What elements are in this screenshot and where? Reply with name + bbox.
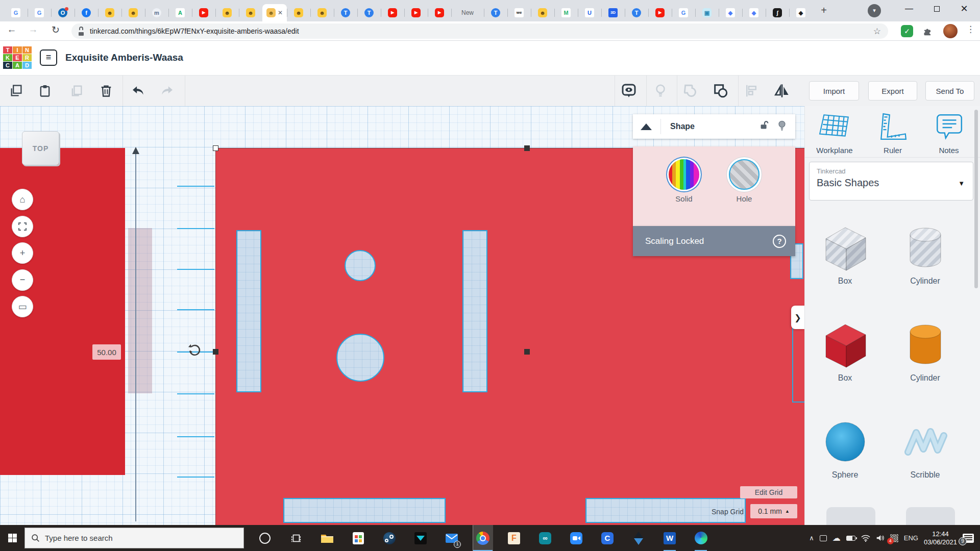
align-icon[interactable] bbox=[743, 83, 760, 99]
taskbar-app-clipchamp[interactable]: C bbox=[597, 525, 618, 551]
hole-rect-right[interactable] bbox=[462, 230, 487, 392]
shape-thumb-box-solid[interactable]: Box bbox=[821, 311, 870, 408]
browser-profile-avatar[interactable] bbox=[943, 24, 958, 38]
sidebar-scrollbar[interactable] bbox=[974, 110, 978, 288]
panel-expand-chevron[interactable]: ❯ bbox=[791, 306, 804, 329]
browser-tab-thingiverse[interactable]: T bbox=[357, 4, 381, 21]
browser-tab-minion-site[interactable]: ☻ bbox=[215, 4, 239, 21]
help-question-icon[interactable]: ? bbox=[773, 235, 786, 248]
solid-color-swatch[interactable] bbox=[669, 159, 699, 190]
edit-grid-button[interactable]: Edit Grid bbox=[740, 486, 797, 498]
browser-tab-inkscape[interactable]: ◆ bbox=[789, 4, 813, 21]
design-canvas[interactable]: 50.00 TOP ⌂+−▭ Edit Grid Snap Grid 0.1 m… bbox=[0, 106, 804, 525]
browser-tab-google-translate[interactable]: G bbox=[28, 4, 51, 21]
browser-tab-musescore-m[interactable]: M bbox=[554, 4, 578, 21]
lightbulb-icon[interactable] bbox=[652, 83, 669, 99]
taskbar-app-cortana[interactable] bbox=[255, 525, 275, 551]
taskbar-app-daz[interactable] bbox=[628, 525, 649, 551]
shape-thumb-scribble[interactable]: Scribble bbox=[901, 408, 950, 505]
browser-tab-musescore[interactable]: m bbox=[145, 4, 168, 21]
browser-tab-google[interactable]: G bbox=[672, 4, 695, 21]
browser-tab-minion-site[interactable]: ☻ bbox=[239, 4, 262, 21]
browser-tab-minion-site[interactable]: ☻ bbox=[287, 4, 310, 21]
browser-tab-youtube[interactable]: ▶ bbox=[381, 4, 404, 21]
design-title[interactable]: Exquisite Amberis-Waasa bbox=[65, 52, 183, 63]
taskbar-clock[interactable]: 12:44 03/06/2021 bbox=[924, 530, 957, 546]
tinkercad-logo[interactable]: TINKERCAD bbox=[3, 46, 33, 70]
browser-tab-thingiverse[interactable]: T bbox=[334, 4, 357, 21]
browser-tab-minion-site[interactable]: ☻ bbox=[531, 4, 554, 21]
selection-handle-top-right[interactable] bbox=[524, 145, 530, 151]
browser-tab-minion-site[interactable]: ☻ bbox=[121, 4, 145, 21]
undo-icon[interactable] bbox=[130, 83, 146, 99]
wifi-icon[interactable] bbox=[861, 535, 870, 542]
tray-chevron-icon[interactable]: ∧ bbox=[809, 534, 814, 542]
close-button[interactable]: ✕ bbox=[952, 0, 976, 17]
minimize-button[interactable]: — bbox=[897, 0, 921, 17]
tab-close-icon[interactable]: ✕ bbox=[278, 9, 283, 16]
zoom-out-button[interactable]: − bbox=[12, 269, 33, 291]
browser-tab-youtube[interactable]: ▶ bbox=[428, 4, 451, 21]
dimension-label[interactable]: 50.00 bbox=[92, 344, 121, 360]
taskbar-app-ms-store[interactable] bbox=[348, 525, 369, 551]
browser-tab-autodesk[interactable]: A bbox=[168, 4, 192, 21]
unlock-icon[interactable] bbox=[758, 120, 770, 133]
selection-handle-mid-right[interactable] bbox=[524, 349, 530, 355]
volume-icon[interactable] bbox=[876, 534, 885, 542]
view-cube[interactable]: TOP bbox=[22, 131, 59, 165]
hole-rect-bottom-left[interactable] bbox=[283, 498, 446, 523]
action-center-icon[interactable]: 9 bbox=[963, 534, 974, 543]
hole-circle-small[interactable] bbox=[345, 250, 376, 281]
browser-tab-minion-site[interactable]: ☻ bbox=[310, 4, 334, 21]
import-button[interactable]: Import bbox=[809, 81, 859, 101]
taskbar-app-predator[interactable] bbox=[410, 525, 431, 551]
design-menu-icon[interactable]: ≡ bbox=[40, 49, 57, 66]
new-tab-button[interactable]: + bbox=[817, 4, 831, 18]
taskbar-app-fusion-360[interactable]: F bbox=[504, 525, 524, 551]
taskbar-app-zoom[interactable] bbox=[566, 525, 586, 551]
browser-tab-3d-viewer[interactable]: 3D bbox=[601, 4, 625, 21]
start-button[interactable] bbox=[0, 525, 24, 551]
notes-tool[interactable]: Notes bbox=[923, 112, 974, 155]
browser-tab-tinkercad-active[interactable]: ☻✕ bbox=[262, 4, 287, 21]
taskbar-app-mail[interactable]: 1 bbox=[442, 525, 462, 551]
tablet-mode-icon[interactable] bbox=[820, 535, 827, 541]
browser-tab-minion-site[interactable]: ☻ bbox=[98, 4, 121, 21]
browser-tab-thingiverse[interactable]: T bbox=[484, 4, 507, 21]
bookmark-star-icon[interactable]: ☆ bbox=[873, 26, 881, 37]
taskbar-search[interactable]: Type here to search bbox=[24, 528, 244, 548]
browser-tab-sketchfab[interactable]: ◆ bbox=[719, 4, 742, 21]
back-button[interactable]: ← bbox=[4, 24, 19, 35]
taskbar-app-arduino[interactable]: ∞ bbox=[535, 525, 555, 551]
shape-thumb-sphere[interactable]: Sphere bbox=[821, 408, 870, 505]
shape-thumb-box-hole[interactable]: Box bbox=[821, 214, 870, 311]
taskbar-app-steam[interactable] bbox=[379, 525, 400, 551]
browser-tab-tinkercad-robot[interactable]: ▣ bbox=[695, 4, 719, 21]
browser-tab-facebook[interactable]: f bbox=[75, 4, 98, 21]
browser-tab-sketchfab[interactable]: ◆ bbox=[742, 4, 766, 21]
hole-swatch[interactable] bbox=[729, 159, 760, 190]
mirror-flip-icon[interactable] bbox=[774, 83, 790, 99]
zoom-in-button[interactable]: + bbox=[12, 242, 33, 264]
browser-tab-thingiverse[interactable]: T bbox=[625, 4, 648, 21]
show-all-eye-icon[interactable] bbox=[621, 83, 637, 99]
url-text[interactable]: tinkercad.com/things/6kEpW7fENxY-exquisi… bbox=[90, 27, 299, 35]
browser-menu-icon[interactable]: ⋮ bbox=[966, 24, 975, 35]
shape-thumb-partial[interactable] bbox=[906, 507, 955, 525]
hole-rect-left[interactable] bbox=[236, 230, 261, 392]
red-shape-edge-fragment[interactable] bbox=[792, 321, 804, 403]
export-button[interactable]: Export bbox=[868, 81, 917, 101]
browser-tab-youtube[interactable]: ▶ bbox=[404, 4, 428, 21]
browser-tab-google-translate[interactable]: G bbox=[4, 4, 28, 21]
browser-tab-youtube[interactable]: ▶ bbox=[648, 4, 672, 21]
ungroup-icon[interactable] bbox=[713, 83, 729, 99]
onedrive-cloud-icon[interactable]: ☁ bbox=[832, 533, 841, 543]
send-to-button[interactable]: Send To bbox=[925, 81, 974, 101]
redo-icon[interactable] bbox=[159, 83, 176, 99]
language-indicator[interactable]: ENG bbox=[904, 534, 918, 542]
workplane-view-button[interactable]: ▭ bbox=[12, 296, 33, 317]
taskbar-app-file-explorer[interactable] bbox=[317, 525, 337, 551]
snap-grid-select[interactable]: 0.1 mm ▲ bbox=[750, 504, 797, 518]
browser-tab-wevideo[interactable]: we bbox=[507, 4, 531, 21]
taskbar-app-task-view[interactable] bbox=[286, 525, 306, 551]
